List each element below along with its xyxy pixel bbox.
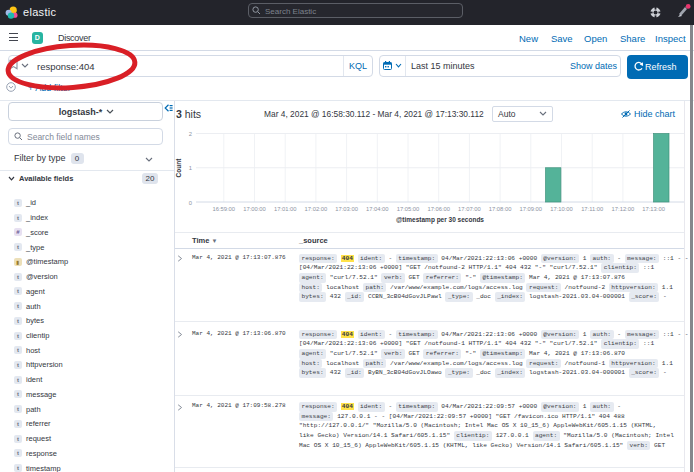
svg-text:17:07:00: 17:07:00 [458, 206, 481, 212]
svg-text:17:03:00: 17:03:00 [335, 206, 358, 212]
svg-text:17:05:00: 17:05:00 [397, 206, 420, 212]
svg-text:2: 2 [189, 131, 192, 137]
svg-text:17:02:00: 17:02:00 [305, 206, 328, 212]
svg-text:@timestamp per 30 seconds: @timestamp per 30 seconds [396, 216, 484, 224]
svg-text:17:13:00: 17:13:00 [642, 206, 665, 212]
svg-text:17:01:00: 17:01:00 [274, 206, 297, 212]
svg-text:17:06:00: 17:06:00 [427, 206, 450, 212]
svg-text:17:00:00: 17:00:00 [243, 206, 266, 212]
svg-text:17:10:00: 17:10:00 [550, 206, 573, 212]
svg-text:17:12:00: 17:12:00 [612, 206, 635, 212]
svg-text:17:09:00: 17:09:00 [520, 206, 543, 212]
svg-text:17:08:00: 17:08:00 [489, 206, 512, 212]
svg-text:17:04:00: 17:04:00 [366, 206, 389, 212]
svg-text:16:59:00: 16:59:00 [213, 206, 236, 212]
svg-text:0: 0 [189, 200, 192, 206]
svg-text:Count: Count [175, 158, 182, 178]
svg-text:1: 1 [189, 165, 192, 171]
svg-text:17:11:00: 17:11:00 [581, 206, 603, 212]
